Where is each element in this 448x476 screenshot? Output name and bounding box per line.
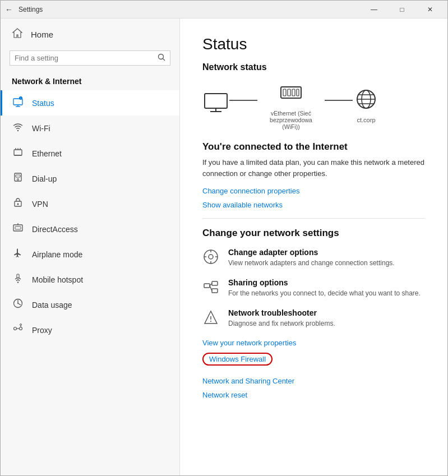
close-button[interactable]: ✕	[417, 1, 443, 19]
divider	[202, 218, 425, 219]
svg-point-7	[17, 130, 19, 131]
minimize-button[interactable]: —	[361, 1, 387, 19]
windows-firewall-link[interactable]: Windows Firewall	[202, 353, 273, 366]
bottom-links: View your network properties Windows Fir…	[202, 339, 425, 399]
network-diagram: vEthernet (Sieć bezprzewodowa(WiFi))	[202, 81, 425, 130]
sharing-desc: For the networks you connect to, decide …	[228, 289, 421, 298]
change-connection-properties-link[interactable]: Change connection properties	[202, 187, 425, 195]
sidebar-item-label-wifi: Wi-Fi	[32, 124, 50, 133]
diagram-node-switch-label: vEthernet (Sieć bezprzewodowa(WiFi))	[257, 110, 325, 130]
ethernet-icon	[12, 146, 24, 160]
home-icon	[12, 27, 23, 41]
svg-rect-36	[292, 89, 295, 96]
sidebar-item-wifi[interactable]: Wi-Fi	[1, 115, 179, 141]
dialup-icon	[12, 172, 24, 186]
svg-point-44	[209, 255, 213, 259]
svg-point-24	[17, 303, 19, 304]
sidebar-item-label-ethernet: Ethernet	[32, 149, 62, 158]
search-input[interactable]	[15, 54, 158, 62]
maximize-button[interactable]: □	[389, 1, 415, 19]
troubleshooter-icon	[202, 309, 219, 329]
adapter-text: Change adapter options View network adap…	[228, 248, 395, 268]
directaccess-icon	[12, 222, 24, 236]
sidebar-item-airplane[interactable]: Airplane mode	[1, 242, 179, 267]
settings-item-adapter: Change adapter options View network adap…	[202, 248, 425, 268]
svg-point-21	[17, 281, 19, 283]
sharing-icon	[202, 279, 219, 298]
airplane-icon	[12, 247, 24, 261]
sidebar-item-label-datausage: Data usage	[32, 301, 72, 309]
sidebar-item-proxy[interactable]: Proxy	[1, 317, 179, 343]
sharing-title: Sharing options	[228, 278, 421, 287]
datausage-icon	[12, 298, 24, 312]
svg-point-26	[20, 327, 22, 330]
svg-rect-33	[281, 87, 301, 98]
sidebar-item-vpn[interactable]: VPN	[1, 191, 179, 216]
diagram-line-2	[325, 100, 353, 101]
svg-text:i: i	[20, 96, 21, 100]
settings-item-sharing: Sharing options For the networks you con…	[202, 278, 425, 298]
svg-point-14	[17, 179, 19, 181]
svg-rect-19	[15, 227, 21, 229]
svg-rect-15	[16, 175, 20, 177]
sidebar-item-label-proxy: Proxy	[32, 326, 52, 335]
window-title: Settings	[19, 6, 361, 13]
svg-rect-37	[297, 89, 299, 96]
status-icon: i	[12, 96, 24, 110]
back-button[interactable]: ←	[5, 5, 13, 14]
connected-title: You're connected to the Internet	[202, 141, 425, 152]
svg-point-29	[20, 324, 22, 326]
diagram-node-computer	[202, 91, 229, 120]
wifi-icon	[12, 121, 24, 135]
sidebar-item-directaccess[interactable]: DirectAccess	[1, 216, 179, 242]
sidebar-item-ethernet[interactable]: Ethernet	[1, 141, 179, 166]
sidebar-item-datausage[interactable]: Data usage	[1, 292, 179, 317]
change-heading: Change your network settings	[202, 228, 425, 239]
search-icon	[158, 53, 165, 63]
svg-point-25	[14, 327, 17, 330]
svg-rect-35	[288, 89, 290, 96]
sharing-text: Sharing options For the networks you con…	[228, 278, 421, 298]
view-network-properties-link[interactable]: View your network properties	[202, 339, 425, 347]
sidebar-item-label-status: Status	[32, 99, 54, 108]
adapter-icon	[202, 249, 219, 268]
svg-rect-49	[204, 284, 210, 288]
network-reset-link[interactable]: Network reset	[202, 391, 425, 399]
sidebar-section-title: Network & Internet	[1, 72, 179, 90]
show-available-networks-link[interactable]: Show available networks	[202, 201, 425, 209]
main-content: Home Network & Internet	[1, 19, 447, 475]
settings-item-troubleshooter: Network troubleshooter Diagnose and fix …	[202, 308, 425, 329]
network-sharing-center-link[interactable]: Network and Sharing Center	[202, 377, 425, 385]
svg-rect-18	[13, 225, 22, 231]
vpn-icon	[12, 197, 24, 211]
title-bar: ← Settings — □ ✕	[1, 1, 447, 19]
sidebar-item-label-dialup: Dial-up	[32, 174, 57, 183]
sidebar-item-status[interactable]: i Status	[1, 90, 179, 115]
diagram-node-internet: ct.corp	[353, 88, 380, 123]
svg-point-55	[210, 321, 211, 322]
switch-icon	[280, 81, 302, 107]
svg-point-0	[159, 54, 164, 59]
svg-rect-34	[283, 89, 286, 96]
sidebar-item-dialup[interactable]: Dial-up	[1, 166, 179, 191]
sidebar-home[interactable]: Home	[1, 19, 179, 50]
globe-icon	[353, 88, 380, 113]
proxy-icon	[12, 323, 24, 337]
diagram-node-switch: vEthernet (Sieć bezprzewodowa(WiFi))	[257, 81, 325, 130]
settings-window: ← Settings — □ ✕ Home	[0, 0, 448, 476]
connected-desc: If you have a limited data plan, you can…	[202, 157, 425, 179]
sidebar-item-label-airplane: Airplane mode	[32, 250, 82, 259]
search-box[interactable]	[10, 50, 170, 66]
network-status-heading: Network status	[202, 62, 425, 72]
svg-point-17	[17, 204, 19, 205]
diagram-line-1	[229, 100, 257, 101]
diagram-node-internet-label: ct.corp	[357, 117, 375, 123]
troubleshooter-text: Network troubleshooter Diagnose and fix …	[228, 308, 335, 329]
sidebar-item-label-vpn: VPN	[32, 200, 48, 209]
svg-rect-51	[212, 289, 218, 293]
sidebar-item-label-hotspot: Mobile hotspot	[32, 275, 83, 284]
hotspot-icon	[12, 272, 24, 286]
svg-line-53	[210, 286, 212, 291]
sidebar-item-label-directaccess: DirectAccess	[32, 225, 78, 234]
sidebar-item-hotspot[interactable]: Mobile hotspot	[1, 267, 179, 292]
